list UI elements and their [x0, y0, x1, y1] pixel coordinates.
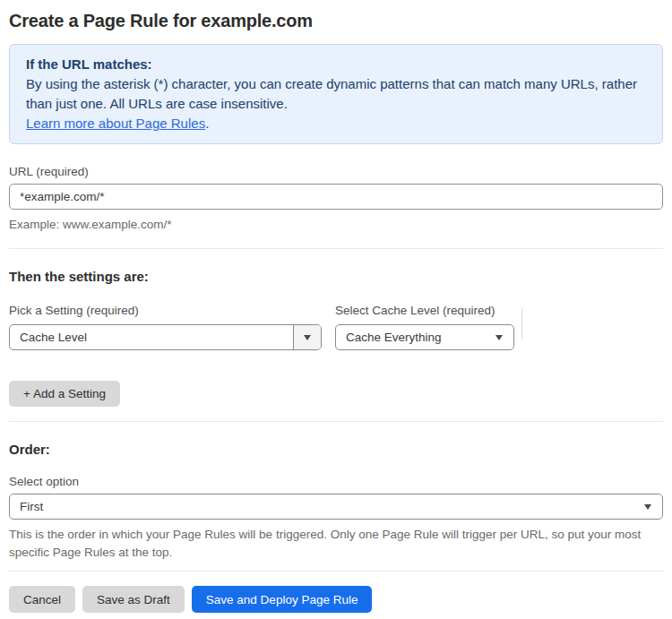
cache-level-label: Select Cache Level (required)	[335, 304, 514, 317]
pick-setting-label: Pick a Setting (required)	[9, 304, 322, 317]
section-divider	[9, 571, 663, 572]
order-helper-text: This is the order in which your Page Rul…	[9, 526, 663, 562]
url-field-helper: Example: www.example.com/*	[9, 216, 663, 234]
url-match-info-box: If the URL matches: By using the asteris…	[9, 44, 663, 144]
cache-level-select[interactable]: Cache Everything	[335, 324, 514, 350]
info-box-heading: If the URL matches:	[26, 55, 646, 74]
link-period: .	[205, 116, 209, 131]
learn-more-link[interactable]: Learn more about Page Rules	[26, 116, 205, 131]
select-caret-box	[293, 325, 321, 349]
pick-setting-select[interactable]: Cache Level	[9, 324, 322, 350]
setting-row: Pick a Setting (required) Cache Level Se…	[9, 284, 663, 350]
add-setting-button[interactable]: + Add a Setting	[9, 381, 120, 407]
section-divider	[9, 421, 663, 422]
caret-down-icon	[495, 335, 503, 340]
footer-actions: Cancel Save as Draft Save and Deploy Pag…	[9, 586, 663, 613]
page-title: Create a Page Rule for example.com	[9, 11, 663, 31]
save-and-deploy-button[interactable]: Save and Deploy Page Rule	[192, 586, 373, 613]
order-selected-value: First	[20, 500, 43, 513]
save-as-draft-button[interactable]: Save as Draft	[82, 586, 185, 613]
section-divider	[9, 248, 663, 249]
page-rule-form: Create a Page Rule for example.com If th…	[0, 11, 672, 613]
cancel-button[interactable]: Cancel	[9, 586, 75, 613]
order-section-heading: Order:	[9, 442, 663, 457]
caret-down-icon	[644, 504, 651, 510]
caret-down-icon	[304, 335, 311, 340]
order-select-label: Select option	[9, 475, 663, 488]
settings-section-heading: Then the settings are:	[9, 269, 663, 284]
cache-level-selected-value: Cache Everything	[346, 331, 442, 344]
info-box-body: By using the asterisk (*) character, you…	[26, 74, 646, 114]
url-input[interactable]	[9, 184, 663, 210]
url-field-label: URL (required)	[9, 165, 663, 178]
setting-row-divider	[521, 307, 522, 340]
order-select[interactable]: First	[9, 494, 663, 520]
info-box-link-line: Learn more about Page Rules.	[26, 114, 646, 133]
pick-setting-selected-value: Cache Level	[20, 331, 87, 344]
setting-value-column: Select Cache Level (required) Cache Ever…	[335, 284, 514, 350]
setting-column: Pick a Setting (required) Cache Level	[9, 284, 322, 350]
